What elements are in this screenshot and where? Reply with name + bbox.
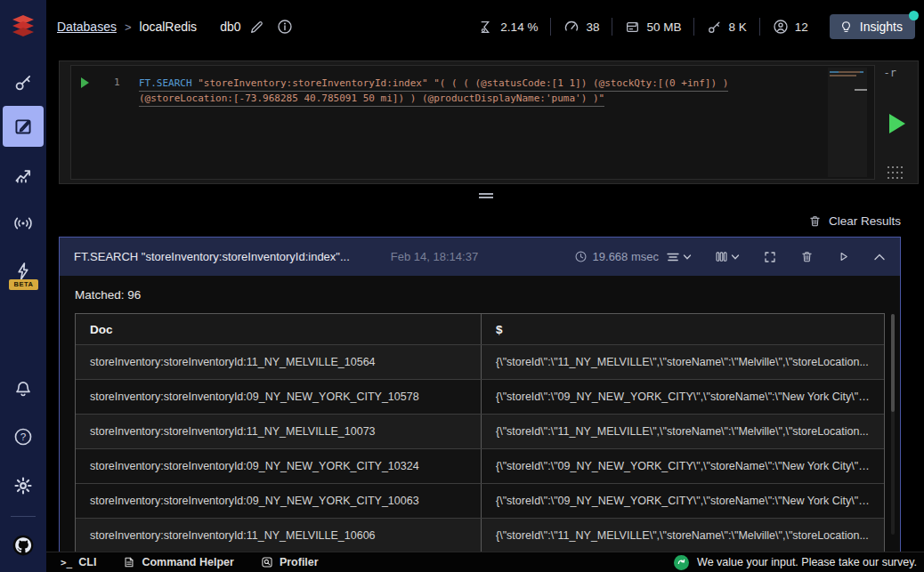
- profile-lines-icon: [666, 251, 680, 263]
- github-icon: [12, 534, 35, 557]
- editor-side-rail: -r: [875, 61, 918, 183]
- doc-cell: storeInventory:storeInventoryId:11_NY_ME…: [76, 415, 482, 448]
- gauge-icon: [563, 19, 580, 35]
- sidebar-item-workbench[interactable]: [3, 106, 44, 147]
- key-icon: [707, 20, 722, 35]
- redisinsight-app: BETA ? Databases > localRedis db0 2.1: [0, 0, 924, 572]
- result-query-title: FT.SEARCH "storeInventory:storeInventory…: [74, 250, 350, 263]
- stat-memory-value: 50 MB: [646, 20, 681, 34]
- query-editor[interactable]: 1 FT.SEARCH "storeInventory:storeInvento…: [70, 65, 875, 180]
- code-line1: "storeInventory:storeInventoryId:index" …: [192, 77, 729, 89]
- run-query-button[interactable]: [889, 114, 905, 133]
- delete-result-button[interactable]: [800, 250, 814, 263]
- stat-keys: 8 K: [707, 20, 746, 35]
- doc-cell: storeInventory:storeInventoryId:11_NY_ME…: [76, 345, 482, 379]
- query-result-card: FT.SEARCH "storeInventory:storeInventory…: [59, 237, 901, 572]
- svg-text:?: ?: [20, 431, 27, 442]
- breadcrumb-database-name: localRedis: [140, 20, 198, 34]
- view-mode-button[interactable]: [715, 250, 740, 263]
- beta-badge: BETA: [9, 279, 38, 290]
- table-scrollbar-thumb[interactable]: [891, 314, 895, 412]
- fullscreen-button[interactable]: [763, 250, 777, 264]
- stat-separator: [612, 18, 612, 36]
- editor-minimap[interactable]: [828, 68, 867, 177]
- sidebar-divider: [11, 516, 36, 517]
- stat-commands-value: 38: [586, 20, 599, 34]
- cpu-usage-icon: [479, 20, 494, 35]
- doc-cell: storeInventory:storeInventoryId:09_NY_NE…: [76, 484, 482, 518]
- doc-cell: storeInventory:storeInventoryId:09_NY_NE…: [76, 449, 482, 483]
- sidebar-item-settings[interactable]: [0, 465, 46, 506]
- sidebar-item-browser[interactable]: [0, 62, 46, 103]
- sidebar-item-analytics[interactable]: [0, 155, 46, 196]
- code-keyword: FT.SEARCH: [139, 77, 192, 89]
- doc-cell: storeInventory:storeInventoryId:09_NY_NE…: [76, 380, 482, 414]
- survey-text: We value your input. Please take our sur…: [697, 556, 917, 568]
- sidebar-item-help[interactable]: ?: [0, 416, 46, 457]
- table-row: storeInventory:storeInventoryId:11_NY_ME…: [76, 344, 884, 379]
- workbench-editor-panel: 1 FT.SEARCH "storeInventory:storeInvento…: [59, 60, 919, 184]
- value-cell: {\"storeId\":\"09_NY_NEW_YORK_CITY\",\"s…: [482, 460, 884, 472]
- bell-icon: [13, 379, 33, 399]
- fullscreen-icon: [763, 250, 777, 264]
- columns-icon: [715, 250, 728, 263]
- value-cell: {\"storeId\":\"11_NY_MELVILLE\",\"storeN…: [482, 356, 884, 368]
- value-cell: {\"storeId\":\"09_NY_NEW_YORK_CITY\",\"s…: [482, 495, 884, 507]
- edit-database-button[interactable]: [249, 20, 264, 35]
- table-scrollbar[interactable]: [891, 314, 895, 535]
- insights-button[interactable]: Insights: [830, 14, 915, 39]
- user-icon: [773, 19, 789, 35]
- stat-separator: [759, 18, 760, 36]
- result-card-body: Matched: 96 Doc $ storeInventory:storeIn…: [60, 276, 900, 553]
- column-header-value: $: [482, 323, 884, 336]
- code-line2: (@storeLocation:[-73.968285 40.785091 50…: [139, 92, 604, 107]
- lightning-icon: [13, 262, 33, 281]
- drag-handle-icon[interactable]: [886, 165, 904, 181]
- clock-icon: [574, 250, 588, 263]
- rerun-query-button[interactable]: [837, 250, 850, 263]
- editor-code[interactable]: FT.SEARCH "storeInventory:storeInventory…: [139, 77, 728, 107]
- clear-results-label: Clear Results: [829, 214, 901, 228]
- stat-clients: 12: [773, 19, 808, 35]
- stat-cpu-value: 2.14 %: [500, 20, 538, 34]
- profiler-toggle[interactable]: Profiler: [261, 556, 319, 568]
- breadcrumb-databases-link[interactable]: Databases: [57, 20, 117, 34]
- result-timestamp: Feb 14, 18:14:37: [391, 250, 478, 263]
- stat-keys-value: 8 K: [728, 20, 746, 34]
- stat-memory: 50 MB: [625, 20, 681, 35]
- command-helper-toggle[interactable]: Command Helper: [123, 556, 234, 568]
- table-row: storeInventory:storeInventoryId:11_NY_ME…: [76, 414, 884, 448]
- collapse-result-button[interactable]: [873, 253, 886, 262]
- matched-count: Matched: 96: [75, 288, 885, 302]
- profiler-label: Profiler: [280, 556, 319, 568]
- chevron-up-icon: [873, 253, 886, 262]
- survey-link[interactable]: We value your input. Please take our sur…: [674, 555, 917, 570]
- clear-results-button[interactable]: Clear Results: [59, 210, 901, 231]
- database-info-button[interactable]: [277, 19, 293, 35]
- profile-view-button[interactable]: [666, 251, 692, 263]
- bottom-toolbar: >_ CLI Command Helper Profiler We value …: [46, 552, 924, 572]
- result-card-header[interactable]: FT.SEARCH "storeInventory:storeInventory…: [60, 238, 900, 276]
- chevron-down-icon: [683, 254, 692, 261]
- database-stats: 2.14 % 38 50 MB 8 K 12: [479, 18, 807, 36]
- stat-cpu: 2.14 %: [479, 20, 538, 35]
- insights-notification-dot: [909, 11, 919, 20]
- sidebar-item-github[interactable]: [0, 530, 46, 560]
- info-icon: [277, 19, 293, 35]
- table-row: storeInventory:storeInventoryId:09_NY_NE…: [76, 483, 884, 518]
- analytics-icon: [13, 165, 33, 185]
- stat-separator: [550, 18, 551, 36]
- minimap-slider[interactable]: [855, 89, 867, 91]
- sidebar-item-pubsub[interactable]: [0, 203, 46, 244]
- column-header-doc: Doc: [76, 314, 482, 344]
- panel-resize-handle[interactable]: [479, 193, 493, 199]
- cli-toggle[interactable]: >_ CLI: [61, 556, 96, 568]
- storage-icon: [625, 20, 640, 35]
- trash-icon: [808, 214, 822, 228]
- trash-icon: [800, 250, 814, 263]
- workbench-icon: [13, 117, 33, 136]
- sidebar-item-notifications[interactable]: [0, 368, 46, 409]
- run-line-button[interactable]: [81, 77, 89, 88]
- play-outline-icon: [837, 250, 850, 263]
- survey-icon: [674, 555, 689, 570]
